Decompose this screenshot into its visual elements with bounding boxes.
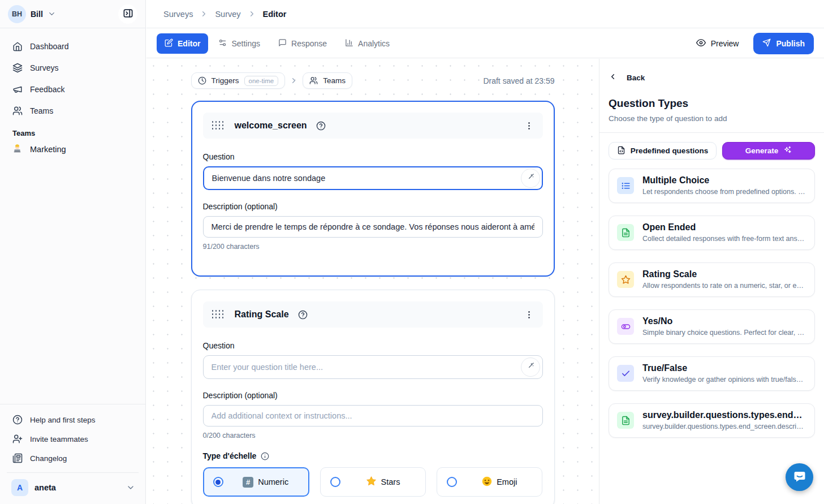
user-menu[interactable]: A aneta	[7, 472, 139, 498]
megaphone-icon	[12, 84, 23, 94]
char-count: 0/200 characters	[203, 432, 543, 440]
ai-rewrite-button[interactable]	[521, 169, 540, 188]
number-keycap-emoji: #	[243, 477, 253, 488]
tab-label: Editor	[178, 39, 200, 48]
sidebar-item-help[interactable]: Help and first steps	[7, 410, 139, 429]
help-circle-icon	[12, 415, 23, 425]
scale-option-label: Emoji	[497, 477, 517, 486]
predefined-label: Predefined questions	[631, 147, 708, 155]
publish-button[interactable]: Publish	[753, 33, 814, 54]
sidebar-item-teams[interactable]: Teams	[7, 102, 139, 120]
file-code-icon	[617, 146, 625, 156]
generate-label: Generate	[745, 147, 779, 155]
radio-unselected[interactable]	[447, 477, 457, 487]
sidebar-item-marketing[interactable]: Marketing	[0, 140, 145, 159]
breadcrumb-survey[interactable]: Survey	[215, 10, 240, 19]
card-title: Rating Scale	[235, 309, 289, 320]
panel-subtitle: Choose the type of question to add	[609, 114, 815, 123]
drag-handle-icon[interactable]	[211, 120, 226, 131]
draft-status: Draft saved at 23:59	[483, 76, 554, 85]
tab-editor[interactable]: Editor	[157, 33, 208, 54]
triggers-label: Triggers	[212, 76, 239, 85]
tab-label: Analytics	[358, 39, 390, 48]
collapse-sidebar-button[interactable]	[118, 5, 137, 24]
help-circle-icon[interactable]	[316, 121, 326, 131]
radio-unselected[interactable]	[330, 477, 340, 487]
question-title-input[interactable]	[203, 166, 543, 190]
sidebar-item-changelog[interactable]: Changelog	[7, 449, 139, 468]
question-card-welcome-screen[interactable]: welcome_screen Question Description (opt…	[191, 101, 555, 277]
home-icon	[12, 41, 23, 51]
star-emoji	[366, 476, 377, 488]
teams-pill[interactable]: Teams	[303, 72, 352, 89]
question-type-rating-scale[interactable]: Rating Scale Allow respondents to rate o…	[609, 262, 815, 297]
preview-button[interactable]: Preview	[693, 37, 743, 50]
question-label: Question	[203, 152, 543, 161]
layers-icon	[12, 63, 23, 73]
sidebar-item-feedback[interactable]: Feedback	[7, 80, 139, 98]
back-button[interactable]: Back	[609, 69, 645, 86]
description-input[interactable]	[203, 216, 543, 238]
teams-section-title: Teams	[0, 122, 145, 140]
workspace-switcher[interactable]: BH Bill	[8, 5, 56, 23]
bar-chart-icon	[345, 38, 353, 49]
send-icon	[762, 38, 771, 49]
publish-label: Publish	[776, 39, 805, 48]
scale-option-stars[interactable]: Stars	[320, 467, 426, 497]
magic-wand-icon	[526, 362, 534, 372]
description-label: Description (optional)	[203, 202, 543, 211]
question-type-open-ended[interactable]: Open Ended Collect detailed responses wi…	[609, 216, 815, 250]
question-card-rating-scale[interactable]: Rating Scale Question Description (optio…	[191, 290, 555, 504]
footer-item-label: Changelog	[30, 454, 67, 463]
description-label: Description (optional)	[203, 391, 543, 400]
card-menu-icon[interactable]	[523, 309, 535, 321]
scale-option-numeric[interactable]: # Numeric	[203, 467, 309, 497]
user-plus-icon	[12, 434, 23, 444]
info-icon[interactable]	[261, 452, 269, 460]
scale-option-emoji[interactable]: Emoji	[437, 467, 542, 497]
chat-bubble-icon	[793, 469, 806, 485]
workspace-name: Bill	[31, 10, 43, 19]
question-title-input[interactable]	[203, 355, 543, 379]
question-type-end-screen[interactable]: survey.builder.questions.types.end_scr..…	[609, 403, 815, 438]
team-label: Marketing	[30, 145, 66, 154]
question-type-multiple-choice[interactable]: Multiple Choice Let respondents choose f…	[609, 169, 815, 203]
type-name: Rating Scale	[642, 269, 806, 279]
tab-response[interactable]: Response	[270, 33, 335, 54]
sidebar-item-label: Surveys	[30, 63, 59, 72]
predefined-questions-button[interactable]: Predefined questions	[609, 142, 717, 160]
tab-analytics[interactable]: Analytics	[337, 33, 398, 54]
question-type-yes-no[interactable]: Yes/No Simple binary choice questions. P…	[609, 309, 815, 344]
card-menu-icon[interactable]	[523, 120, 535, 132]
sidebar-item-invite[interactable]: Invite teammates	[7, 429, 139, 449]
tab-settings[interactable]: Settings	[210, 33, 268, 54]
tab-label: Settings	[231, 39, 260, 48]
ai-rewrite-button[interactable]	[521, 357, 540, 377]
triggers-pill[interactable]: Triggers one-time	[191, 72, 286, 89]
panel-title: Question Types	[609, 97, 815, 110]
type-description: Allow respondents to rate on a numeric, …	[642, 282, 806, 290]
pencil-icon	[165, 38, 173, 49]
chevron-right-icon	[248, 10, 256, 18]
sidebar-item-label: Dashboard	[30, 42, 69, 51]
check-icon	[617, 365, 634, 382]
generate-button[interactable]: Generate	[722, 142, 815, 160]
question-type-true-false[interactable]: True/False Verify knowledge or gather op…	[609, 356, 815, 391]
chevron-right-icon	[290, 76, 298, 85]
toggle-icon	[617, 318, 634, 335]
radio-selected[interactable]	[213, 477, 223, 487]
description-input[interactable]	[203, 405, 543, 427]
sidebar-item-surveys[interactable]: Surveys	[7, 59, 139, 77]
tab-label: Response	[291, 39, 327, 48]
chat-launcher-button[interactable]	[786, 463, 813, 491]
help-circle-icon[interactable]	[298, 310, 308, 320]
teams-pill-label: Teams	[323, 76, 346, 85]
panel-collapse-icon	[123, 8, 133, 20]
sparkles-icon	[783, 146, 792, 156]
sidebar-item-dashboard[interactable]: Dashboard	[7, 37, 139, 55]
breadcrumb-surveys[interactable]: Surveys	[163, 10, 193, 19]
drag-handle-icon[interactable]	[211, 309, 226, 320]
type-description: survey.builder.questions.types.end_scree…	[642, 423, 806, 430]
chevron-right-icon	[200, 10, 208, 18]
type-name: Yes/No	[642, 316, 806, 326]
